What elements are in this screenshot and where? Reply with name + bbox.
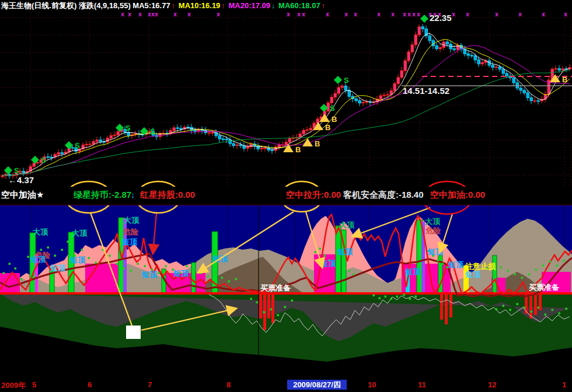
green-dot	[566, 308, 568, 310]
green-dot	[319, 248, 322, 250]
green-dot	[207, 276, 210, 278]
candle-body	[92, 141, 95, 144]
axis-month-label[interactable]: 6	[88, 380, 92, 389]
panel-label: 买票准备	[260, 284, 291, 292]
candle-body	[393, 83, 396, 90]
candle-body	[397, 78, 400, 84]
axis-month-label[interactable]: 8	[226, 380, 231, 389]
trend-arrow-icon: ↑	[221, 1, 225, 10]
candle-body	[365, 102, 368, 102]
sell-label: S	[150, 127, 155, 136]
candle-body	[344, 86, 347, 90]
green-dot	[528, 274, 531, 276]
candle-body	[211, 132, 214, 133]
panel-label: 危险	[123, 228, 139, 236]
axis-month-label[interactable]: 7	[148, 380, 152, 389]
candlesticks[interactable]	[1, 24, 571, 179]
indicator-readout: 空中加油:0.00	[430, 190, 485, 201]
candle-body	[446, 42, 449, 44]
axis-selected-date[interactable]: 2009/08/27/四	[287, 380, 347, 390]
axis-month-label[interactable]: 10	[368, 380, 376, 389]
candle-body	[519, 88, 522, 90]
panel-label: 注意止损	[465, 262, 496, 271]
green-dot	[256, 302, 259, 304]
stock-app-window: xxxxxxxxxxxxxxxxxxxxxxxxxxxxxx22.3514.51…	[0, 0, 572, 392]
x-mark: x	[495, 11, 498, 18]
candle-body	[383, 95, 386, 96]
sell-label: S	[14, 166, 19, 175]
top-x-marks: xxxxxxxxxxxxxxxxxxxxxxxxxxxxxx	[121, 11, 567, 18]
x-mark: x	[344, 11, 348, 18]
green-dot	[144, 265, 147, 268]
below-zero-red-bar	[267, 295, 270, 318]
green-dot	[545, 314, 547, 316]
candle-body	[512, 78, 515, 83]
buy-label: B	[562, 75, 567, 84]
sell-label: S	[125, 124, 131, 132]
green-dot	[385, 296, 387, 298]
panel-label: 大顶	[72, 229, 88, 237]
green-dot	[531, 311, 533, 313]
candle-body	[208, 132, 211, 133]
candle-body	[439, 48, 442, 49]
candle-body	[421, 27, 424, 29]
sell-diamond-icon	[420, 15, 428, 23]
candle-body	[278, 145, 281, 147]
candle-body	[225, 139, 228, 140]
candle-body	[554, 69, 557, 69]
green-dot	[535, 269, 538, 271]
axis-month-label[interactable]: 12	[488, 380, 496, 389]
axis-month-label[interactable]: 5	[32, 380, 36, 389]
candle-body	[355, 99, 358, 100]
green-dot	[221, 277, 224, 279]
candle-body	[173, 128, 176, 131]
candle-body	[229, 140, 232, 144]
candle-body	[474, 56, 477, 60]
candle-body	[264, 148, 267, 149]
green-dot	[415, 296, 417, 298]
candle-body	[386, 94, 389, 95]
x-mark: x	[302, 11, 305, 18]
candle-body	[110, 135, 113, 138]
x-mark: x	[287, 11, 290, 18]
time-axis[interactable]: 2009年 2009/08/27/四 56781011121	[0, 372, 572, 392]
green-dot	[324, 255, 326, 257]
candle-body	[47, 157, 50, 158]
candle-body	[453, 49, 456, 50]
below-zero-red-bar	[534, 295, 537, 315]
candle-body	[85, 144, 88, 145]
green-dot	[47, 247, 50, 249]
axis-month-label[interactable]: 1	[562, 380, 566, 389]
buy-label: B	[295, 145, 301, 154]
green-dot	[123, 268, 125, 270]
green-dot	[270, 309, 273, 311]
title-segment: MA10:16.19	[176, 1, 220, 10]
axis-month-label[interactable]: 11	[418, 380, 426, 389]
indicator-readout: 空中拉升:0.00	[286, 190, 341, 201]
panel-label: 短顶	[69, 256, 86, 264]
green-dot	[315, 251, 317, 254]
ma10-line	[2, 40, 570, 176]
candle-body	[428, 36, 431, 40]
candle-body	[288, 138, 291, 142]
green-dot	[552, 309, 554, 312]
candle-body	[61, 153, 64, 154]
candle-body	[36, 163, 39, 163]
ma5-line	[2, 33, 570, 176]
buy-triangle-icon	[302, 138, 313, 146]
candle-body	[246, 147, 249, 149]
range-price-label: 14.51-14.52	[403, 86, 449, 96]
green-dot	[54, 255, 57, 257]
panel-label: 短顶	[50, 264, 66, 272]
trend-arrow-icon: ↑	[172, 1, 176, 10]
candle-body	[96, 140, 99, 142]
green-dot	[235, 278, 238, 281]
candle-body	[22, 171, 25, 172]
green-dot	[542, 265, 545, 267]
x-mark: x	[173, 11, 177, 18]
x-mark: x	[155, 11, 158, 18]
indicator-panel[interactable]: 大顶大顶大顶大顶大顶危险危险危险短顶短顶短顶短顶短顶短顶短顶短顶短顶短顶短顶短顶…	[0, 205, 572, 372]
candle-body	[379, 96, 382, 99]
sell-label: S	[344, 76, 349, 85]
candle-body	[302, 130, 305, 134]
